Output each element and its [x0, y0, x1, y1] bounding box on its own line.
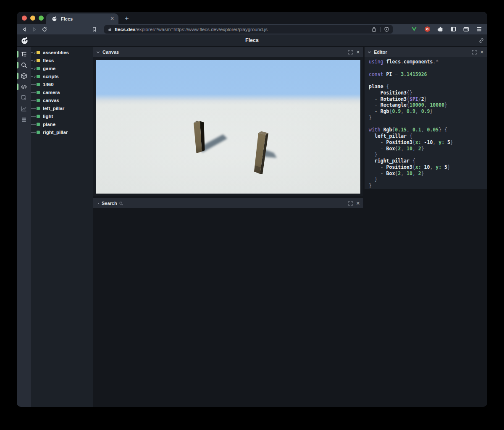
brave-shield-icon[interactable]	[384, 26, 389, 32]
permalink-icon[interactable]	[478, 37, 484, 44]
tab-bar: Flecs ✕ +	[17, 12, 487, 24]
url-text: flecs.dev/explorer/?wasm=https://www.fle…	[115, 27, 371, 32]
entity-tree-icon	[21, 51, 27, 58]
entity-kind-icon	[37, 91, 40, 94]
browser-tab[interactable]: Flecs ✕	[46, 13, 118, 24]
new-tab-button[interactable]: +	[122, 13, 132, 24]
code-line: - Rectangle{10000, 10000}	[369, 102, 487, 108]
tree-item-plane[interactable]: plane	[31, 120, 93, 128]
tree-item-1460[interactable]: 1460	[31, 80, 93, 88]
v-extension-icon[interactable]	[410, 25, 419, 34]
code-line: - Box{2, 10, 2}	[369, 170, 487, 177]
tree-item-label: left_pillar	[43, 106, 64, 111]
tree-guide	[31, 108, 36, 109]
entity-kind-icon	[37, 115, 40, 118]
tree-item-label: camera	[43, 90, 60, 95]
forward-button[interactable]	[29, 25, 39, 34]
tree-item-label: assemblies	[43, 50, 69, 55]
expand-icon[interactable]	[348, 201, 353, 206]
tree-item-canvas[interactable]: canvas	[31, 96, 93, 104]
tree-guide	[31, 92, 36, 93]
expand-chevron-icon[interactable]: ›	[33, 74, 37, 79]
chevron-collapsed-icon[interactable]	[98, 203, 99, 204]
close-icon[interactable]: ✕	[480, 50, 484, 55]
tree-item-label: plane	[43, 122, 55, 127]
extensions-puzzle-icon[interactable]	[436, 25, 445, 34]
scene-canvas[interactable]	[96, 60, 360, 194]
code-line: }	[369, 152, 487, 158]
tab-title: Flecs	[61, 16, 109, 21]
back-icon	[23, 27, 25, 31]
tree-item-scripts[interactable]: ›scripts	[31, 72, 93, 80]
search-panel-title: Search	[102, 201, 117, 206]
code-line: using flecs.components.*	[369, 59, 487, 65]
tree-item-camera[interactable]: camera	[31, 88, 93, 96]
window-controls	[22, 16, 44, 21]
tree-item-left_pillar[interactable]: left_pillar	[31, 104, 93, 112]
code-line: right_pillar {	[369, 158, 487, 164]
tree-item-light[interactable]: light	[31, 112, 93, 120]
cube-icon	[21, 73, 27, 79]
tool-logs[interactable]	[17, 114, 31, 125]
logs-icon	[21, 116, 27, 123]
code-line: left_pillar {	[369, 133, 487, 139]
editor-panel-header: Editor ✕	[365, 47, 487, 57]
url-bar[interactable]: flecs.dev/explorer/?wasm=https://www.fle…	[104, 25, 393, 34]
expand-chevron-icon[interactable]: ›	[33, 58, 37, 63]
zoom-window-button[interactable]	[39, 16, 44, 21]
tool-scene[interactable]	[17, 71, 31, 81]
chevron-down-icon[interactable]	[368, 51, 371, 54]
tree-guide	[31, 124, 36, 125]
share-icon[interactable]	[371, 26, 377, 32]
tool-search[interactable]	[17, 60, 31, 71]
entity-kind-icon	[37, 99, 40, 102]
entity-kind-icon	[37, 123, 40, 126]
tree-item-right_pillar[interactable]: right_pillar	[31, 128, 93, 136]
tab-close-icon[interactable]: ✕	[109, 16, 115, 21]
code-line: - Position3{x: 10, y: 5}	[369, 164, 487, 170]
tool-charts[interactable]	[17, 103, 31, 114]
red-hex-extension-icon[interactable]	[423, 25, 432, 34]
search-panel-header: Search ✕	[93, 198, 363, 208]
entity-kind-icon	[37, 59, 40, 62]
canvas-panel-title: Canvas	[102, 50, 119, 55]
chevron-down-icon[interactable]	[96, 51, 100, 54]
sidebar-toggle-icon[interactable]	[449, 25, 458, 34]
tool-inspect[interactable]	[17, 92, 31, 103]
code-line: - Box{2, 10, 2}	[369, 146, 487, 152]
tree-item-label: flecs	[43, 58, 54, 63]
bookmark-button[interactable]	[89, 25, 99, 34]
tree-item-label: right_pillar	[43, 130, 68, 135]
editor-code[interactable]: using flecs.components.* const PI = 3.14…	[365, 57, 487, 189]
menu-button[interactable]	[475, 25, 484, 34]
code-line: - Position3{}	[369, 90, 487, 96]
browser-toolbar: flecs.dev/explorer/?wasm=https://www.fle…	[17, 24, 487, 34]
tree-item-game[interactable]: ›game	[31, 64, 93, 72]
tree-item-label: scripts	[43, 74, 59, 79]
code-line: }	[369, 176, 487, 183]
close-icon[interactable]: ✕	[356, 50, 360, 55]
entity-kind-icon	[37, 51, 40, 54]
tree-item-flecs[interactable]: ›flecs	[31, 56, 93, 64]
expand-icon[interactable]	[472, 50, 477, 55]
close-window-button[interactable]	[22, 16, 27, 21]
search-icon	[21, 62, 27, 68]
expand-chevron-icon[interactable]: ›	[33, 66, 37, 71]
back-button[interactable]	[19, 25, 29, 34]
code-line: - Rgb{0.9, 0.9, 0.9}	[369, 108, 487, 115]
wallet-icon[interactable]	[462, 25, 471, 34]
close-icon[interactable]: ✕	[356, 201, 360, 206]
entity-kind-icon	[37, 107, 40, 110]
tool-code[interactable]	[17, 81, 31, 92]
minimize-window-button[interactable]	[30, 16, 35, 21]
reload-button[interactable]	[39, 25, 50, 34]
code-line: }	[369, 183, 487, 189]
forward-icon	[34, 27, 36, 31]
expand-chevron-icon[interactable]: ›	[33, 50, 37, 55]
expand-icon[interactable]	[348, 50, 353, 55]
tool-entity-tree[interactable]	[17, 49, 31, 60]
tree-item-assemblies[interactable]: ›assemblies	[31, 48, 93, 56]
code-line: }	[369, 115, 487, 121]
browser-window: Flecs ✕ + flecs.dev/explorer/?wasm=htt	[17, 12, 487, 407]
tree-item-label: game	[43, 66, 55, 71]
